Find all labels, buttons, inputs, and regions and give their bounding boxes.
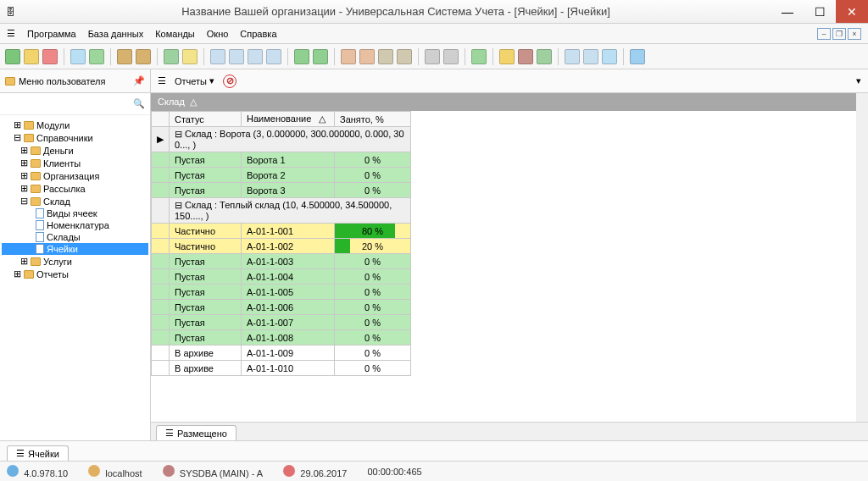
user: SYSDBA (MAIN) - A xyxy=(180,468,263,478)
doc-tab-yacheyki[interactable]: ☰Ячейки xyxy=(7,445,69,461)
search-icon[interactable]: 🔍 xyxy=(133,98,145,109)
chevron-down-icon: ▾ xyxy=(209,75,214,86)
grid-area[interactable]: Склад △ Статус Наименование △ Занято, % … xyxy=(151,93,868,422)
maximize-button[interactable]: ☐ xyxy=(804,0,836,23)
tree-dengi[interactable]: ⊞Деньги xyxy=(2,144,148,157)
tree-rassylka[interactable]: ⊞Рассылка xyxy=(2,182,148,195)
chevron-icon[interactable]: ▾ xyxy=(856,75,861,86)
info-icon[interactable] xyxy=(630,49,645,64)
group-row[interactable]: ⊟ Склад : Теплый склад (10, 4.500000, 34… xyxy=(152,198,411,224)
folder-icon xyxy=(5,77,15,86)
table-row[interactable]: ПустаяВорота 30 % xyxy=(152,183,411,198)
app-icon: 🗄 xyxy=(0,7,20,17)
ok-icon[interactable] xyxy=(471,49,487,64)
calendar-icon xyxy=(283,465,295,477)
tree-spravochniki[interactable]: ⊟Справочники xyxy=(2,131,148,144)
table-row[interactable]: В архивеA-01-1-0100 % xyxy=(152,361,411,376)
sidebar: Меню пользователя 📌 🔍 ⊞Модули ⊟Справочни… xyxy=(0,69,151,440)
menu-База данных[interactable]: База данных xyxy=(88,29,144,39)
export-icon[interactable] xyxy=(583,49,598,64)
users-icon[interactable] xyxy=(518,49,533,64)
col-occ[interactable]: Занято, % xyxy=(335,112,411,127)
sidebar-title: Меню пользователя xyxy=(19,76,105,86)
table-row[interactable]: ПустаяA-01-1-0040 % xyxy=(152,269,411,285)
mdi-restore-icon[interactable]: ❐ xyxy=(832,28,846,40)
excel2-icon[interactable] xyxy=(313,49,328,64)
tree-klienty[interactable]: ⊞Клиенты xyxy=(2,157,148,169)
menu-Окно[interactable]: Окно xyxy=(207,29,229,39)
c2-icon[interactable] xyxy=(359,49,375,64)
db-icon[interactable] xyxy=(537,49,552,64)
pin-icon[interactable]: 📌 xyxy=(133,75,145,86)
table-row[interactable]: ПустаяA-01-1-0080 % xyxy=(152,330,411,346)
menu-icon: ☰ xyxy=(7,28,15,39)
filter2-icon[interactable] xyxy=(136,49,151,64)
table-row[interactable]: ПустаяВорота 10 % xyxy=(152,152,411,168)
send-icon[interactable] xyxy=(602,49,617,64)
menubar: ☰ ПрограммаБаза данныхКомандыОкноСправка… xyxy=(0,24,868,44)
col-status[interactable]: Статус xyxy=(170,112,242,127)
statusbar: 4.0.978.10 localhost SYSDBA (MAIN) - A 2… xyxy=(0,461,868,481)
print-icon[interactable] xyxy=(565,49,580,64)
table-row[interactable]: В архивеA-01-1-0090 % xyxy=(152,346,411,361)
b4-icon[interactable] xyxy=(266,49,281,64)
window-title: Название Вашей организации - Универсальн… xyxy=(20,5,771,18)
mdi-buttons[interactable]: – ❐ × xyxy=(817,28,861,40)
table-row[interactable]: ПустаяA-01-1-0050 % xyxy=(152,285,411,300)
tree-sklad[interactable]: ⊟Склад xyxy=(2,195,148,207)
refresh-icon[interactable] xyxy=(89,49,104,64)
open-icon[interactable] xyxy=(24,49,39,64)
grid2-icon[interactable] xyxy=(182,49,198,64)
tools-icon[interactable] xyxy=(425,49,440,64)
col-name[interactable]: Наименование △ xyxy=(242,112,335,127)
minimize-button[interactable]: — xyxy=(771,0,804,23)
titlebar: 🗄 Название Вашей организации - Универсал… xyxy=(0,0,868,24)
c1-icon[interactable] xyxy=(341,49,356,64)
mdi-min-icon[interactable]: – xyxy=(817,28,831,40)
grid1-icon[interactable] xyxy=(164,49,179,64)
b2-icon[interactable] xyxy=(229,49,244,64)
tree-sklady[interactable]: Склады xyxy=(2,231,148,243)
stop-icon[interactable]: ⊘ xyxy=(223,75,236,88)
table-row[interactable]: ПустаяA-01-1-0030 % xyxy=(152,254,411,269)
excel-icon[interactable] xyxy=(294,49,309,64)
tree-nomen[interactable]: Номенклатура xyxy=(2,219,148,231)
info-icon xyxy=(7,465,19,477)
tree-yacheyki[interactable]: Ячейки xyxy=(2,243,148,255)
b1-icon[interactable] xyxy=(210,49,225,64)
tree-org[interactable]: ⊞Организация xyxy=(2,169,148,182)
tree-otchety[interactable]: ⊞Отчеты xyxy=(2,268,148,280)
tree-modules[interactable]: ⊞Модули xyxy=(2,119,148,131)
cfg-icon[interactable] xyxy=(443,49,459,64)
c4-icon[interactable] xyxy=(397,49,412,64)
header-row[interactable]: Статус Наименование △ Занято, % xyxy=(152,112,411,127)
close-button[interactable]: ✕ xyxy=(836,0,868,23)
filter-icon[interactable] xyxy=(117,49,132,64)
tab-razmeshcheno[interactable]: ☰Размещено xyxy=(156,425,236,440)
date: 29.06.2017 xyxy=(300,468,347,478)
table-row[interactable]: ЧастичноA-01-1-00180 % xyxy=(152,224,411,239)
table-row[interactable]: ПустаяA-01-1-0060 % xyxy=(152,300,411,315)
lock-icon[interactable] xyxy=(499,49,515,64)
table-row[interactable]: ПустаяA-01-1-0070 % xyxy=(152,315,411,330)
group-by-bar[interactable]: Склад △ xyxy=(151,93,856,111)
tree-vidy[interactable]: Виды ячеек xyxy=(2,207,148,219)
mdi-close-icon[interactable]: × xyxy=(848,28,861,40)
group-row[interactable]: ▶⊟ Склад : Ворота (3, 0.000000, 300.0000… xyxy=(152,127,411,152)
document-tabs: ☰Ячейки xyxy=(0,440,868,461)
reports-button[interactable]: Отчеты ▾ xyxy=(171,74,218,88)
new-icon[interactable] xyxy=(5,49,20,64)
version: 4.0.978.10 xyxy=(24,468,68,478)
c3-icon[interactable] xyxy=(378,49,393,64)
menu-Программа[interactable]: Программа xyxy=(27,29,76,39)
menu-Команды[interactable]: Команды xyxy=(155,29,195,39)
table-row[interactable]: ПустаяВорота 20 % xyxy=(152,168,411,183)
tree-uslugi[interactable]: ⊞Услуги xyxy=(2,255,148,268)
b3-icon[interactable] xyxy=(248,49,263,64)
menu-icon: ☰ xyxy=(158,75,166,86)
menu-Справка[interactable]: Справка xyxy=(240,29,276,39)
search-icon[interactable] xyxy=(70,49,86,64)
tree[interactable]: ⊞Модули ⊟Справочники ⊞Деньги ⊞Клиенты ⊞О… xyxy=(0,115,150,440)
table-row[interactable]: ЧастичноA-01-1-00220 % xyxy=(152,239,411,254)
delete-icon[interactable] xyxy=(42,49,58,64)
